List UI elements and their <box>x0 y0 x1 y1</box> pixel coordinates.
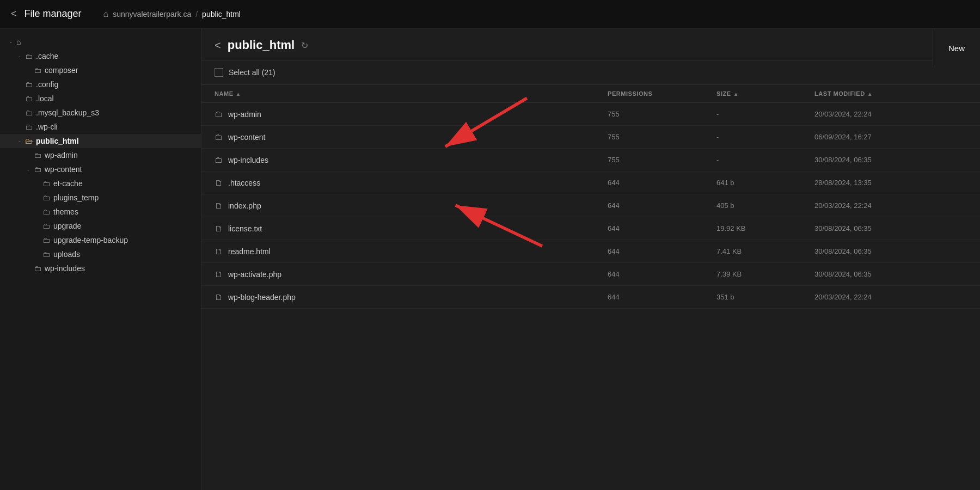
file-size: - <box>716 110 814 118</box>
sidebar-item-label: composer <box>45 66 78 75</box>
sidebar-item-et-cache[interactable]: 🗀 et-cache <box>0 176 201 191</box>
main-layout: - ⌂ - 🗀 .cache 🗀 composer 🗀 .config 🗀 .l… <box>0 28 980 490</box>
sidebar-item-wp-cli[interactable]: 🗀 .wp-cli <box>0 120 201 134</box>
file-permissions: 644 <box>608 201 716 210</box>
file-name-cell: 🗋 index.php <box>215 201 608 210</box>
sidebar-item-label: .cache <box>36 52 58 60</box>
file-size: 7.39 KB <box>716 270 814 278</box>
sidebar-item-wp-content[interactable]: - 🗀 wp-content <box>0 162 201 176</box>
topbar: < File manager ⌂ sunnyvaletrailerpark.ca… <box>0 0 980 28</box>
sort-name-icon: ▲ <box>236 91 241 97</box>
folder-icon: 🗀 <box>215 109 223 119</box>
toggle-icon <box>24 66 33 75</box>
sidebar-item-label: wp-includes <box>45 264 85 273</box>
col-header-permissions[interactable]: PERMISSIONS <box>608 90 716 97</box>
table-row[interactable]: 🗀 wp-includes 755 - 30/08/2024, 06:35 <box>201 149 980 171</box>
file-name: wp-admin <box>228 110 261 119</box>
refresh-button[interactable]: ↻ <box>301 40 308 51</box>
folder-icon: 🗀 <box>42 236 50 244</box>
file-modified: 30/08/2024, 06:35 <box>814 156 967 164</box>
file-modified: 20/03/2024, 22:24 <box>814 110 967 118</box>
sidebar-item-upgrade-temp[interactable]: 🗀 upgrade-temp-backup <box>0 233 201 247</box>
sidebar-item-label: plugins_temp <box>53 193 99 202</box>
file-name: readme.html <box>228 247 271 256</box>
file-icon: 🗋 <box>215 224 223 233</box>
sidebar-item-plugins-temp[interactable]: 🗀 plugins_temp <box>0 191 201 205</box>
file-permissions: 755 <box>608 156 716 164</box>
home-icon: ⌂ <box>16 38 21 46</box>
sidebar-item-wp-includes[interactable]: 🗀 wp-includes <box>0 261 201 275</box>
table-row[interactable]: 🗋 wp-activate.php 644 7.39 KB 30/08/2024… <box>201 263 980 286</box>
sidebar-item-config[interactable]: 🗀 .config <box>0 77 201 91</box>
table-row[interactable]: 🗋 .htaccess 644 641 b 28/08/2024, 13:35 <box>201 171 980 194</box>
file-permissions: 644 <box>608 293 716 301</box>
folder-icon: 🗀 <box>42 250 50 259</box>
select-all-row: Select all (21) <box>201 60 980 85</box>
sidebar-item-upgrade[interactable]: 🗀 upgrade <box>0 219 201 233</box>
file-modified: 28/08/2024, 13:35 <box>814 179 967 187</box>
toggle-icon <box>33 236 41 244</box>
file-size: 19.92 KB <box>716 224 814 232</box>
file-icon: 🗋 <box>215 178 223 187</box>
file-permissions: 755 <box>608 133 716 141</box>
file-modified: 20/03/2024, 22:24 <box>814 293 967 301</box>
toggle-icon: - <box>15 52 24 60</box>
file-modified: 06/09/2024, 16:27 <box>814 133 967 141</box>
sidebar-item-label: upgrade-temp-backup <box>53 236 128 244</box>
folder-icon: 🗀 <box>42 207 50 216</box>
table-row[interactable]: 🗋 license.txt 644 19.92 KB 30/08/2024, 0… <box>201 217 980 240</box>
file-name-cell: 🗋 wp-blog-header.php <box>215 292 608 302</box>
sidebar-item-local[interactable]: 🗀 .local <box>0 91 201 106</box>
sidebar-item-label: .wp-cli <box>36 122 58 131</box>
table-row[interactable]: 🗀 wp-content 755 - 06/09/2024, 16:27 <box>201 126 980 149</box>
content-back-button[interactable]: < <box>215 39 221 52</box>
folder-icon: 🗀 <box>25 94 33 103</box>
sidebar-item-public-html[interactable]: - 🗁 public_html <box>0 134 201 148</box>
sidebar-item-label: et-cache <box>53 179 83 188</box>
file-icon: 🗋 <box>215 270 223 279</box>
table-row[interactable]: 🗀 wp-admin 755 - 20/03/2024, 22:24 <box>201 103 980 126</box>
file-permissions: 644 <box>608 179 716 187</box>
file-name: .htaccess <box>228 179 260 187</box>
toggle-icon <box>33 250 41 259</box>
file-modified: 30/08/2024, 06:35 <box>814 270 967 278</box>
breadcrumb-home[interactable]: sunnyvaletrailerpark.ca <box>113 10 191 19</box>
toggle-icon <box>24 264 33 273</box>
col-header-modified[interactable]: LAST MODIFIED ▲ <box>814 90 967 97</box>
file-name: index.php <box>228 201 261 210</box>
sidebar-item-label: uploads <box>53 250 80 259</box>
select-all-label: Select all (21) <box>229 68 275 77</box>
col-header-name[interactable]: NAME ▲ <box>215 90 608 97</box>
sidebar-item-composer[interactable]: 🗀 composer <box>0 63 201 77</box>
table-row[interactable]: 🗋 index.php 644 405 b 20/03/2024, 22:24 <box>201 194 980 217</box>
sidebar-item-uploads[interactable]: 🗀 uploads <box>0 247 201 261</box>
breadcrumb-current: public_html <box>202 10 241 19</box>
file-name-cell: 🗀 wp-includes <box>215 155 608 164</box>
folder-icon-open: 🗁 <box>25 137 33 145</box>
sidebar-item-themes[interactable]: 🗀 themes <box>0 205 201 219</box>
file-name-cell: 🗋 license.txt <box>215 224 608 233</box>
folder-icon: 🗀 <box>25 122 33 131</box>
topbar-back-button[interactable]: < <box>11 8 17 20</box>
sidebar-item-label: themes <box>53 207 78 216</box>
sidebar-item-mysql-backup[interactable]: 🗀 .mysql_backup_s3 <box>0 106 201 120</box>
folder-icon: 🗀 <box>25 52 33 60</box>
toggle-icon <box>33 207 41 216</box>
sidebar-item-home[interactable]: - ⌂ <box>0 35 201 49</box>
select-all-checkbox[interactable] <box>215 68 223 77</box>
file-modified: 20/03/2024, 22:24 <box>814 201 967 210</box>
toggle-icon: - <box>7 38 15 46</box>
sort-size-icon: ▲ <box>733 91 739 97</box>
sidebar-item-cache[interactable]: - 🗀 .cache <box>0 49 201 63</box>
new-button[interactable]: New <box>933 28 980 68</box>
sidebar-item-label: .mysql_backup_s3 <box>36 108 99 117</box>
sidebar-item-label: wp-content <box>45 165 82 174</box>
folder-icon: 🗀 <box>34 165 41 174</box>
col-header-size[interactable]: SIZE ▲ <box>716 90 814 97</box>
table-row[interactable]: 🗋 readme.html 644 7.41 KB 30/08/2024, 06… <box>201 240 980 263</box>
file-size: - <box>716 133 814 141</box>
table-row[interactable]: 🗋 wp-blog-header.php 644 351 b 20/03/202… <box>201 286 980 309</box>
file-modified: 30/08/2024, 06:35 <box>814 224 967 232</box>
file-name-cell: 🗀 wp-admin <box>215 109 608 119</box>
sidebar-item-wp-admin[interactable]: 🗀 wp-admin <box>0 148 201 162</box>
